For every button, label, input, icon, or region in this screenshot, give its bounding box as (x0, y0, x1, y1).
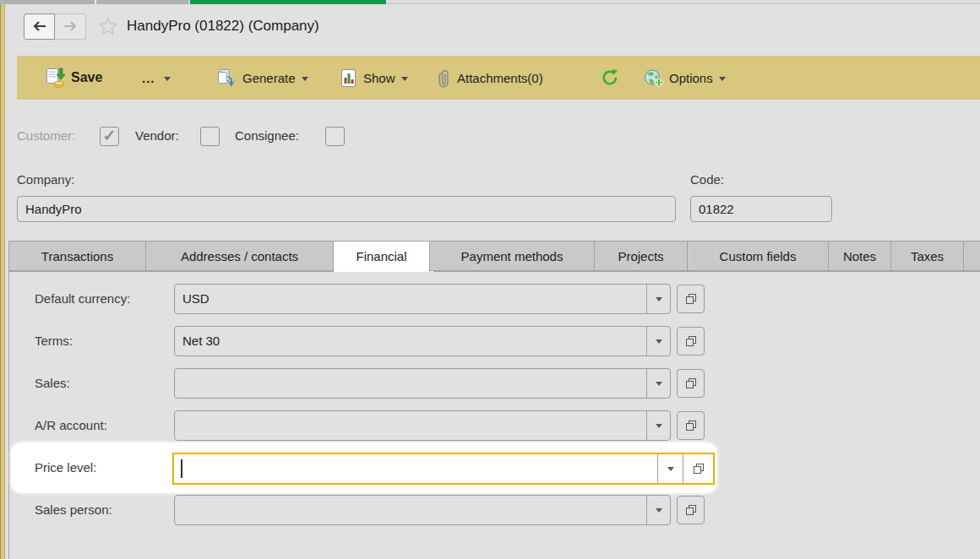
side-panel-edge (0, 4, 5, 559)
field-row-default-currency: Default currency: USD (9, 284, 980, 316)
show-button[interactable]: Show (340, 56, 408, 100)
vendor-checkbox[interactable]: ✓ (200, 127, 220, 146)
terms-dropdown-button[interactable] (646, 327, 670, 355)
price-level-dropdown-button[interactable] (657, 454, 683, 483)
price-level-open-list-button[interactable] (683, 454, 713, 483)
dropdown-triangle-icon (656, 382, 662, 386)
price-level-input[interactable] (174, 454, 657, 483)
more-actions-button[interactable]: ... (142, 56, 171, 100)
code-label: Code: (690, 172, 724, 187)
open-list-icon (684, 419, 698, 432)
sales-person-label: Sales person: (35, 495, 112, 525)
show-report-icon (340, 68, 357, 88)
tab-financial[interactable]: Financial (333, 241, 430, 272)
generate-icon (217, 68, 237, 88)
default-currency-open-list-button[interactable] (677, 285, 705, 313)
save-button[interactable] (46, 56, 66, 100)
company-input[interactable]: HandyPro (17, 196, 676, 222)
options-button[interactable]: Options (644, 56, 726, 100)
customer-checkbox[interactable]: ✓ (100, 127, 119, 146)
attachments-button[interactable]: Attachments(0) (438, 56, 543, 100)
browser-tab-fragment (96, 0, 190, 4)
company-label: Company: (17, 172, 74, 187)
tab-projects[interactable]: Projects (594, 241, 688, 271)
ar-account-label: A/R account: (35, 410, 107, 441)
sales-dropdown-button[interactable] (646, 369, 670, 398)
dropdown-triangle-icon (656, 424, 662, 428)
sales-person-dropdown-button[interactable] (646, 496, 670, 524)
tab-transactions[interactable]: Transactions (8, 241, 146, 271)
tab-notes[interactable]: Notes (828, 241, 891, 271)
consignee-checkbox[interactable]: ✓ (325, 127, 345, 146)
terms-label: Terms: (35, 326, 73, 356)
open-list-icon (684, 377, 698, 390)
field-row-ar-account: A/R account: (9, 410, 980, 442)
default-currency-label: Default currency: (35, 284, 130, 314)
browser-active-tab-edge (190, 0, 386, 4)
chevron-down-icon (719, 77, 726, 81)
check-icon: ✓ (103, 128, 117, 144)
sales-open-list-button[interactable] (677, 369, 705, 398)
tab-taxes[interactable]: Taxes (890, 241, 964, 271)
open-list-icon (692, 462, 705, 475)
refresh-icon (601, 68, 619, 87)
detail-tabs: Transactions Addresses / contacts Financ… (8, 241, 980, 272)
chevron-down-icon (302, 77, 308, 81)
chevron-down-icon (164, 77, 171, 81)
default-currency-combo[interactable]: USD (174, 284, 671, 314)
forward-button[interactable] (55, 14, 86, 40)
star-icon (98, 16, 118, 36)
price-level-combo-focused[interactable] (172, 453, 715, 485)
text-caret (181, 459, 182, 478)
chevron-down-icon (401, 77, 408, 81)
save-button-label[interactable]: Save (71, 56, 102, 100)
dropdown-triangle-icon (656, 508, 662, 513)
open-list-icon (684, 334, 698, 348)
sales-label: Sales: (35, 368, 70, 399)
field-row-sales: Sales: (9, 368, 980, 400)
ar-account-dropdown-button[interactable] (646, 411, 670, 440)
price-level-label: Price level: (35, 453, 96, 483)
tab-payment-methods[interactable]: Payment methods (429, 241, 595, 271)
globe-options-icon (644, 68, 663, 88)
forward-arrow-icon (63, 20, 78, 32)
generate-button[interactable]: Generate (217, 56, 308, 100)
field-row-sales-person: Sales person: (9, 495, 980, 527)
sales-combo[interactable] (174, 368, 671, 399)
back-button[interactable] (24, 14, 55, 40)
default-currency-dropdown-button[interactable] (646, 285, 670, 313)
field-row-price-level: Price level: (9, 453, 980, 485)
tab-addresses-contacts[interactable]: Addresses / contacts (145, 241, 334, 271)
ar-account-combo[interactable] (174, 410, 671, 441)
back-arrow-icon (32, 20, 47, 32)
dropdown-triangle-icon (667, 467, 674, 471)
favorite-star-button[interactable] (98, 16, 118, 36)
browser-tabbar-rest (386, 0, 980, 4)
open-list-icon (684, 503, 698, 517)
dropdown-triangle-icon (656, 339, 662, 344)
dropdown-triangle-icon (656, 297, 662, 301)
tab-custom-fields[interactable]: Custom fields (687, 241, 829, 271)
terms-combo[interactable]: Net 30 (174, 326, 671, 356)
code-input[interactable]: 01822 (690, 196, 832, 222)
field-row-terms: Terms: Net 30 (9, 326, 980, 358)
financial-tab-panel: Default currency: USD Terms: Net 30 (8, 271, 980, 559)
browser-tab-strip (0, 0, 980, 4)
ar-account-open-list-button[interactable] (677, 411, 705, 440)
open-list-icon (684, 292, 698, 306)
save-icon (46, 68, 66, 88)
terms-value: Net 30 (182, 327, 645, 355)
titlebar: HandyPro (01822) (Company) (24, 11, 319, 41)
default-currency-value: USD (182, 285, 645, 313)
tab-overflow-fragment (963, 241, 980, 271)
consignee-flag-label: Consignee: (235, 128, 299, 143)
sales-person-combo[interactable] (174, 495, 671, 525)
refresh-button[interactable] (601, 56, 619, 100)
terms-open-list-button[interactable] (677, 327, 705, 355)
entity-flags-row: Customer: ✓ Vendor: ✓ Consignee: ✓ (0, 127, 980, 149)
page-title: HandyPro (01822) (Company) (127, 18, 319, 35)
sales-person-open-list-button[interactable] (677, 496, 705, 524)
customer-flag-label: Customer: (17, 128, 75, 143)
browser-tab-fragment (0, 0, 96, 4)
paperclip-icon (438, 68, 451, 88)
